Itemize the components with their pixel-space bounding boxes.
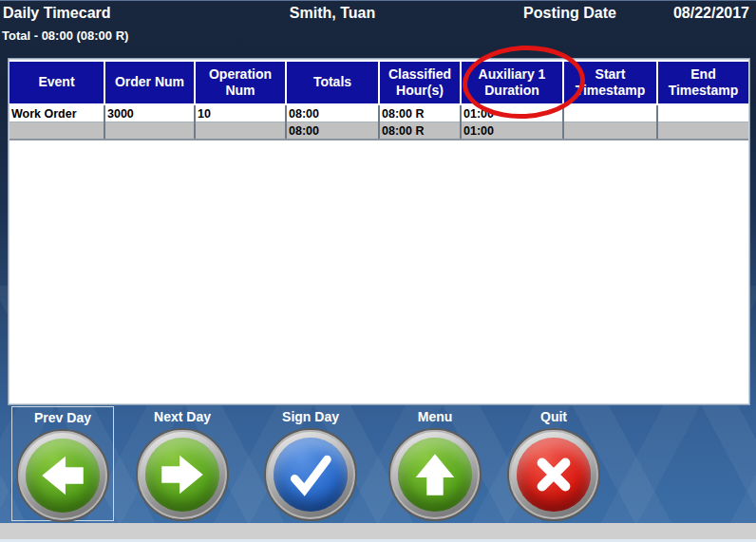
x-icon bbox=[526, 447, 581, 502]
cell-event: Work Order bbox=[9, 104, 104, 122]
cell-order-num: 3000 bbox=[104, 104, 195, 122]
col-header-order-num: Order Num bbox=[104, 61, 195, 104]
cell-operation-num: 10 bbox=[195, 104, 286, 122]
prev-day-circle[interactable] bbox=[16, 429, 109, 522]
sign-day-label: Sign Day bbox=[260, 409, 361, 426]
col-header-end-timestamp: End Timestamp bbox=[657, 61, 748, 104]
prev-day-label: Prev Day bbox=[12, 410, 113, 427]
sign-day-circle[interactable] bbox=[264, 428, 357, 521]
top-bar: Daily Timecard Smith, Tuan Posting Date … bbox=[0, 1, 756, 56]
cell-auxiliary1-duration: 01:00 bbox=[461, 122, 563, 140]
button-bar: Prev Day Next Day Sign Day bbox=[0, 404, 756, 523]
employee-name: Smith, Tuan bbox=[237, 5, 427, 22]
timecard-table: Event Order Num Operation Num Totals Cla… bbox=[9, 60, 748, 140]
bottom-gray-strip bbox=[0, 523, 756, 539]
prev-day-button[interactable]: Prev Day bbox=[11, 406, 114, 521]
cell-start-timestamp bbox=[563, 104, 657, 122]
cell-classified-hours: 08:00 R bbox=[379, 104, 461, 122]
cell-totals: 08:00 bbox=[286, 122, 379, 140]
menu-label: Menu bbox=[385, 409, 485, 426]
col-header-classified-hours: Classified Hour(s) bbox=[379, 61, 461, 104]
menu-button[interactable]: Menu bbox=[385, 406, 485, 521]
arrow-right-icon bbox=[155, 447, 210, 502]
posting-date-value: 08/22/2017 bbox=[673, 5, 749, 22]
quit-circle[interactable] bbox=[507, 428, 600, 521]
quit-button[interactable]: Quit bbox=[503, 406, 604, 521]
col-header-operation-num: Operation Num bbox=[195, 61, 286, 104]
cell-end-timestamp bbox=[657, 122, 748, 140]
next-day-label: Next Day bbox=[132, 409, 233, 426]
cell-end-timestamp bbox=[657, 104, 748, 122]
col-header-start-timestamp: Start Timestamp bbox=[563, 61, 657, 104]
next-day-button[interactable]: Next Day bbox=[132, 406, 233, 521]
cell-start-timestamp bbox=[563, 122, 657, 140]
cell-totals: 08:00 bbox=[286, 104, 379, 122]
daily-timecard-screen: Daily Timecard Smith, Tuan Posting Date … bbox=[0, 0, 756, 542]
col-header-event: Event bbox=[9, 61, 104, 104]
page-title: Daily Timecard bbox=[3, 5, 111, 22]
next-day-circle[interactable] bbox=[136, 428, 229, 521]
quit-label: Quit bbox=[503, 409, 604, 426]
cell-classified-hours: 08:00 R bbox=[379, 122, 461, 140]
col-header-totals: Totals bbox=[286, 61, 379, 104]
col-header-auxiliary1-duration: Auxiliary 1 Duration bbox=[461, 61, 563, 104]
check-icon bbox=[283, 447, 338, 502]
arrow-up-icon bbox=[407, 447, 463, 502]
cell-auxiliary1-duration: 01:00 bbox=[461, 104, 563, 122]
timecard-table-panel: Event Order Num Operation Num Totals Cla… bbox=[9, 59, 749, 404]
table-total-row: 08:00 08:00 R 01:00 bbox=[9, 122, 748, 140]
table-header-row: Event Order Num Operation Num Totals Cla… bbox=[9, 61, 748, 104]
daily-total-summary: Total - 08:00 (08:00 R) bbox=[2, 28, 128, 43]
cell-event bbox=[9, 122, 104, 140]
posting-date-label: Posting Date bbox=[513, 5, 627, 22]
menu-circle[interactable] bbox=[388, 428, 482, 521]
cell-order-num bbox=[104, 122, 195, 140]
sign-day-button[interactable]: Sign Day bbox=[260, 406, 361, 521]
cell-operation-num bbox=[195, 122, 286, 140]
arrow-left-icon bbox=[35, 448, 90, 503]
table-row[interactable]: Work Order 3000 10 08:00 08:00 R 01:00 bbox=[9, 104, 748, 122]
